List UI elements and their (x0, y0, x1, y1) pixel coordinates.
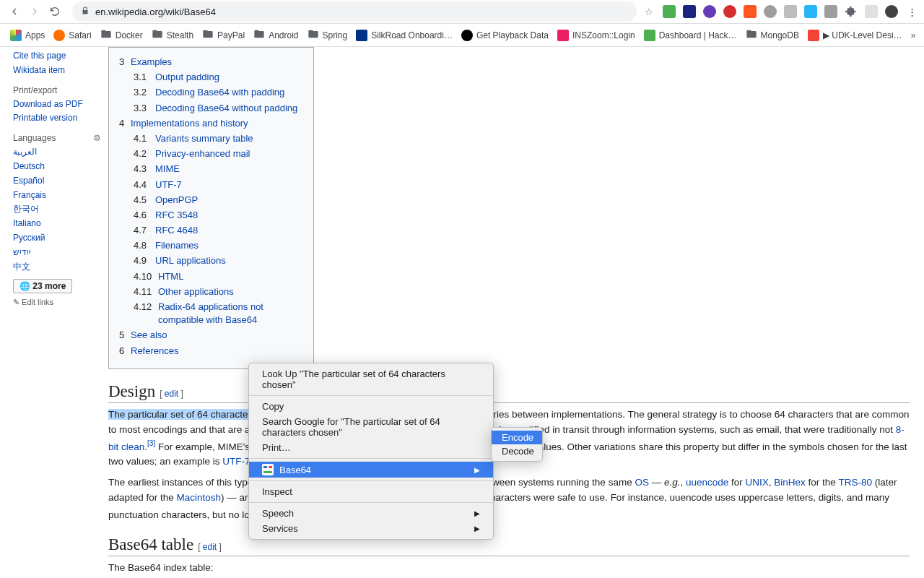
star-icon[interactable]: ☆ (642, 5, 655, 18)
lang-link[interactable]: العربية (13, 147, 37, 157)
lang-link[interactable]: Español (13, 176, 44, 186)
sub-decode[interactable]: Decode (492, 444, 542, 458)
lang-link[interactable]: 中文 (13, 262, 30, 272)
ctx-separator (249, 458, 493, 459)
extension-icon[interactable] (663, 5, 676, 18)
extension-icon[interactable] (804, 5, 817, 18)
lang-link[interactable]: ייִדיש (13, 247, 31, 257)
ref-link[interactable]: [3] (147, 439, 155, 447)
lock-icon (81, 7, 90, 17)
toc-link[interactable]: Decoding Base64 without padding (155, 102, 297, 115)
sub-encode[interactable]: Encode (492, 431, 542, 444)
ctx-lookup[interactable]: Look Up "The particular set of 64 charac… (249, 366, 493, 392)
edit-links[interactable]: ✎ Edit links (13, 298, 53, 307)
bookmark-item[interactable]: PayPal (198, 25, 249, 45)
extension-icon[interactable] (865, 5, 878, 18)
gear-icon[interactable]: ⚙ (93, 133, 101, 143)
toc-link[interactable]: URL applications (155, 254, 226, 267)
bookmark-item[interactable]: Spring (303, 25, 352, 45)
abp-icon[interactable] (723, 5, 736, 18)
bookmark-item[interactable]: MongoDB (741, 25, 803, 45)
address-bar[interactable]: en.wikipedia.org/wiki/Base64 (72, 1, 637, 22)
bookmark-item[interactable]: Docker (96, 25, 147, 45)
menu-icon[interactable]: ⋮ (905, 5, 918, 18)
lang-link[interactable]: Français (13, 190, 46, 200)
apps-button[interactable]: Apps (6, 27, 49, 44)
forward-button[interactable] (26, 3, 43, 20)
extensions-icon[interactable] (845, 5, 858, 18)
toc-link[interactable]: Decoding Base64 with padding (155, 86, 284, 99)
extension-icon[interactable] (764, 5, 777, 18)
extension-icon[interactable] (703, 5, 716, 18)
toc-link[interactable]: Other applications (158, 285, 234, 298)
wikilink[interactable]: Macintosh (177, 492, 222, 503)
ctx-separator (249, 480, 493, 481)
ctx-base64[interactable]: Base64▶ (249, 462, 493, 478)
bookmark-overflow[interactable]: » (911, 30, 916, 40)
bookmark-item[interactable]: Get Playback Data (457, 27, 553, 44)
bookmark-item[interactable]: Android (249, 25, 302, 45)
ctx-inspect[interactable]: Inspect (249, 484, 493, 499)
ctx-copy[interactable]: Copy (249, 399, 493, 414)
bookmark-item[interactable]: INSZoom::Login (553, 27, 640, 44)
wikilink[interactable]: BinHex (774, 477, 806, 488)
lang-link[interactable]: Русский (13, 233, 45, 243)
toc-link[interactable]: Variants summary table (155, 132, 253, 145)
toc-link[interactable]: Examples (131, 56, 172, 69)
edit-link[interactable]: edit (165, 389, 178, 399)
toc-link[interactable]: Radix-64 applications not compatible wit… (158, 301, 303, 327)
toc-link[interactable]: Filenames (155, 239, 199, 252)
sidebar-link[interactable]: Wikidata item (13, 65, 65, 75)
sidebar-link[interactable]: Cite this page (13, 51, 66, 61)
ctx-print[interactable]: Print… (249, 440, 493, 455)
back-button[interactable] (6, 3, 23, 20)
bookmark-item[interactable]: ▶ UDK-Level Desi… (803, 27, 907, 44)
ctx-search[interactable]: Search Google for "The particular set of… (249, 414, 493, 440)
sidebar-link[interactable]: Printable version (13, 113, 77, 123)
wikilink[interactable]: TRS-80 (838, 477, 872, 488)
bookmark-item[interactable]: Stealth (147, 25, 198, 45)
toc-link[interactable]: HTML (158, 270, 183, 283)
wikilink[interactable]: UNIX (746, 477, 769, 488)
prose-body: The particular set of 64 characters chos… (108, 407, 910, 522)
bookmark-item[interactable]: Safari (49, 27, 95, 44)
lang-link[interactable]: 한국어 (13, 204, 39, 214)
svg-rect-2 (269, 466, 272, 468)
sidebar-link[interactable]: Download as PDF (13, 99, 83, 109)
ctx-services[interactable]: Services▶ (249, 521, 493, 536)
ctx-separator (249, 395, 493, 396)
wikilink[interactable]: uuencode (686, 477, 728, 488)
toc-link[interactable]: References (131, 345, 178, 358)
more-languages[interactable]: 🌐 23 more (13, 279, 72, 293)
toc-link[interactable]: RFC 3548 (155, 209, 198, 222)
reload-button[interactable] (46, 3, 64, 20)
bookmark-item[interactable]: SilkRoad Onboardi… (352, 27, 457, 44)
wikilink[interactable]: OS (635, 477, 649, 488)
toc-link[interactable]: OpenPGP (155, 194, 198, 207)
extension-icon[interactable] (784, 5, 797, 18)
toolbar-extensions: ☆ ⋮ (642, 5, 918, 18)
toc-link[interactable]: RFC 4648 (155, 224, 198, 237)
toc-link[interactable]: Output padding (155, 71, 219, 84)
extension-icon[interactable] (824, 5, 837, 18)
toc-link[interactable]: Implementations and history (131, 117, 248, 130)
svg-rect-1 (263, 466, 267, 468)
svg-rect-0 (262, 464, 274, 475)
ctx-speech[interactable]: Speech▶ (249, 506, 493, 521)
lang-link[interactable]: Italiano (13, 218, 41, 228)
article-content: 3Examples 3.1Output padding 3.2Decoding … (108, 47, 924, 578)
toc-link[interactable]: Privacy-enhanced mail (155, 147, 250, 160)
bookmark-item[interactable]: Dashboard | Hack… (640, 27, 741, 44)
other-bookmarks[interactable]: Other Bookmarks (920, 25, 924, 45)
extension-icon[interactable] (683, 5, 696, 18)
edit-link[interactable]: edit (203, 542, 217, 552)
lang-link[interactable]: Deutsch (13, 161, 45, 171)
extension-icon[interactable] (744, 5, 757, 18)
bookmarks-bar: Apps Safari Docker Stealth PayPal Androi… (0, 24, 924, 47)
toc-link[interactable]: See also (131, 329, 167, 342)
wikilink[interactable]: UTF-7 (222, 456, 250, 467)
toc-link[interactable]: UTF-7 (155, 178, 182, 191)
profile-avatar[interactable] (885, 5, 898, 18)
toc-link[interactable]: MIME (155, 163, 180, 176)
url-text: en.wikipedia.org/wiki/Base64 (95, 7, 216, 17)
